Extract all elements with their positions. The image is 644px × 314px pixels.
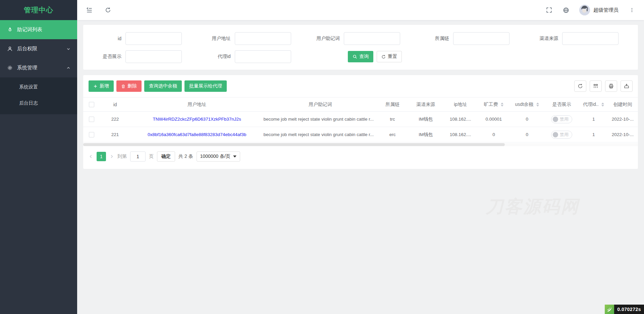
toggle-knob-icon [553, 117, 558, 122]
jump-page-input[interactable] [130, 151, 146, 162]
search-input-channel[interactable] [562, 32, 619, 45]
address-link[interactable]: TNW4irRDZ2ckcZFp6D6371XzkPFb37nJ2s [153, 117, 241, 122]
columns-icon [593, 83, 598, 89]
cell-ip: 108.162.... [444, 127, 477, 142]
language-globe-icon[interactable] [562, 7, 569, 13]
toggle-label: 禁用 [560, 116, 569, 122]
row-checkbox[interactable] [89, 132, 94, 137]
fullscreen-icon[interactable] [546, 7, 552, 13]
next-page-icon[interactable] [109, 154, 114, 159]
display-toggle[interactable]: 禁用 [551, 115, 572, 123]
search-field-agent-id: 代理id [199, 50, 305, 63]
page-number-button[interactable]: 1 [97, 152, 106, 161]
sidebar-item-system-management[interactable]: 系统管理 [0, 58, 77, 77]
cell-created: 2022-10-... [607, 112, 638, 127]
main-column: 超级管理员 id 用户地址 [77, 0, 644, 314]
col-header-channel: 渠道来源 [408, 98, 444, 112]
chevron-down-icon [66, 47, 70, 51]
search-input-display[interactable] [125, 50, 182, 63]
cell-chain: erc [377, 127, 408, 142]
row-checkbox[interactable] [89, 117, 94, 122]
sort-icon[interactable] [536, 103, 539, 107]
page-size-select[interactable]: 1000000 条/页 [197, 151, 240, 162]
select-all-checkbox[interactable] [89, 102, 94, 107]
search-input-address[interactable] [235, 32, 291, 45]
toggle-knob-icon [553, 132, 558, 137]
avatar [579, 5, 590, 15]
query-button[interactable]: 查询 [348, 51, 373, 62]
sidebar-item-admin-logs[interactable]: 后台日志 [0, 95, 77, 111]
cell-fee: 0 [477, 127, 510, 142]
cell-mnemonic: become job melt reject state violin grun… [264, 112, 377, 127]
cell-channel: IM钱包 [408, 112, 444, 127]
search-icon [353, 54, 357, 59]
export-icon [624, 83, 629, 89]
delete-button[interactable]: 删除 [116, 80, 142, 92]
sidebar: 管理中心 助记词列表 后台权限 [0, 0, 77, 314]
col-header-agent-id[interactable]: 代理id.. [580, 98, 607, 112]
table-header-row: id 用户地址 用户助记词 所属链 渠道来源 ip地址 旷工费 usdt [83, 98, 638, 112]
sort-icon[interactable] [601, 103, 604, 107]
col-header-created: 创建时间 [607, 98, 638, 112]
sidebar-item-mnemonic-list[interactable]: 助记词列表 [0, 20, 77, 39]
user-menu[interactable]: 超级管理员 [579, 5, 619, 15]
search-field-address: 用户地址 [199, 32, 305, 45]
search-input-agent-id[interactable] [235, 50, 291, 63]
sort-icon[interactable] [501, 103, 503, 107]
field-label: 是否展示 [89, 54, 125, 60]
col-header-address: 用户地址 [130, 98, 264, 112]
reset-button-label: 重置 [388, 54, 397, 60]
more-options-icon[interactable] [629, 7, 635, 13]
topbar-right: 超级管理员 [546, 5, 635, 15]
caret-down-icon [233, 155, 236, 158]
display-toggle[interactable]: 禁用 [551, 131, 572, 139]
sidebar-item-label: 后台权限 [17, 46, 37, 52]
search-input-id[interactable] [125, 32, 182, 45]
column-settings-button[interactable] [590, 80, 602, 92]
cell-id: 222 [100, 112, 130, 127]
search-input-mnemonic[interactable] [344, 32, 400, 45]
horizontal-scrollbar[interactable] [83, 143, 638, 146]
table-row: 221 0x8bf16a360fca63d7fa8e88f83283d74ebc… [83, 127, 638, 142]
refresh-page-icon[interactable] [105, 7, 111, 13]
scrollbar-thumb[interactable] [83, 143, 505, 146]
query-selected-balance-button[interactable]: 查询选中余额 [144, 80, 182, 92]
app-title: 管理中心 [0, 0, 77, 20]
sidebar-item-label: 系统管理 [17, 65, 37, 71]
col-header-usdt[interactable]: usdt余额 [511, 98, 544, 112]
field-label: id [89, 36, 125, 41]
confirm-jump-button[interactable]: 确定 [157, 151, 175, 162]
col-header-label: usdt余额 [515, 102, 533, 107]
search-field-display: 是否展示 [89, 50, 195, 63]
field-label: 用户地址 [199, 36, 235, 42]
prev-page-icon[interactable] [89, 154, 93, 159]
table-refresh-button[interactable] [574, 80, 586, 92]
col-header-label: 旷工费 [484, 102, 498, 107]
content-area: id 用户地址 用户助记词 所属链 [77, 20, 644, 314]
reset-button[interactable]: 重置 [377, 51, 402, 62]
topbar: 超级管理员 [77, 0, 644, 20]
sidebar-item-system-settings[interactable]: 系统设置 [0, 79, 77, 95]
export-button[interactable] [621, 80, 633, 92]
add-button[interactable]: 新增 [89, 80, 114, 92]
address-link[interactable]: 0x8bf16a360fca63d7fa8e88f83283d74ebc44af… [148, 132, 246, 137]
search-input-chain[interactable] [453, 32, 509, 45]
batch-show-agent-button[interactable]: 批量展示给代理 [184, 80, 227, 92]
print-button[interactable] [605, 80, 617, 92]
search-actions: 查询 重置 [308, 50, 414, 63]
cell-created: 2022-10-... [607, 127, 638, 142]
col-header-mnemonic: 用户助记词 [264, 98, 377, 112]
jump-prefix-label: 到第 [117, 153, 127, 160]
field-label: 用户助记词 [308, 36, 344, 42]
search-field-channel: 渠道来源 [526, 32, 632, 45]
trash-icon [121, 84, 125, 88]
col-header-chain: 所属链 [377, 98, 408, 112]
field-label: 所属链 [417, 36, 453, 42]
sidebar-submenu: 系统设置 后台日志 [0, 77, 77, 114]
app-root: 管理中心 助记词列表 后台权限 [0, 0, 644, 314]
table-panel: 新增 删除 查询选中余额 批量展示给代理 [83, 75, 638, 169]
col-header-fee[interactable]: 旷工费 [477, 98, 510, 112]
search-field-mnemonic: 用户助记词 [308, 32, 414, 45]
sidebar-item-admin-permission[interactable]: 后台权限 [0, 39, 77, 58]
collapse-sidebar-icon[interactable] [86, 7, 93, 13]
